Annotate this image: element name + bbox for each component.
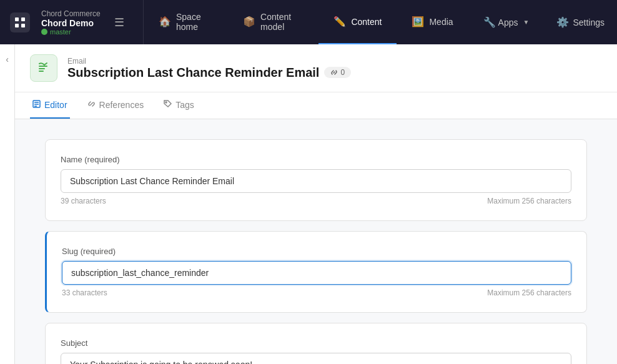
- nav-item-media[interactable]: 🖼️ Media: [397, 0, 468, 44]
- apps-icon: 🔧: [483, 16, 496, 28]
- svg-rect-0: [15, 17, 19, 21]
- slug-field-section: Slug (required) 33 characters Maximum 25…: [45, 231, 587, 313]
- tab-editor[interactable]: Editor: [30, 92, 70, 119]
- sidebar-toggle[interactable]: ‹: [0, 44, 15, 364]
- settings-icon: ⚙️: [556, 16, 569, 28]
- slug-input[interactable]: [62, 261, 571, 285]
- nav-item-space-home[interactable]: 🏠 Space home: [144, 0, 228, 44]
- name-input[interactable]: [61, 169, 571, 193]
- name-field-label: Name (required): [61, 155, 571, 164]
- svg-point-4: [41, 29, 47, 35]
- subject-field-section: Subject 46 characters Maximum 256 charac…: [45, 323, 587, 364]
- content-type-label: Email: [67, 57, 351, 66]
- link-badge[interactable]: 0: [324, 67, 351, 78]
- media-icon: 🖼️: [412, 16, 424, 27]
- subject-input[interactable]: [61, 353, 571, 364]
- nav-item-settings[interactable]: ⚙️ Settings: [544, 0, 617, 44]
- nav-items: 🏠 Space home 📦 Content model ✏️ Content …: [144, 0, 617, 44]
- nav-item-content-model[interactable]: 📦 Content model: [228, 0, 318, 44]
- content-icon: ✏️: [333, 16, 346, 27]
- nav-item-content[interactable]: ✏️ Content: [318, 0, 397, 44]
- grid-icon[interactable]: [10, 12, 30, 32]
- svg-point-10: [165, 102, 167, 103]
- svg-rect-2: [15, 24, 19, 27]
- nav-item-apps[interactable]: 🔧 Apps ▼: [468, 0, 545, 44]
- tab-tags[interactable]: Tags: [161, 92, 197, 119]
- slug-max-chars: Maximum 256 characters: [487, 288, 571, 297]
- editor-tab-icon: [32, 100, 41, 110]
- page-header: Email Subscription Last Chance Reminder …: [15, 44, 617, 92]
- references-tab-icon: [87, 100, 96, 110]
- name-char-count: 39 characters: [61, 197, 106, 205]
- content-model-icon: 📦: [243, 16, 255, 27]
- name-field-meta: 39 characters Maximum 256 characters: [61, 197, 571, 205]
- brand-text: Chord Commerce Chord Demo master: [41, 9, 101, 36]
- page-title: Subscription Last Chance Reminder Email: [67, 66, 319, 80]
- svg-rect-1: [21, 17, 25, 21]
- nav-brand[interactable]: Chord Commerce Chord Demo master ☰: [0, 0, 144, 44]
- chevron-left-icon: ‹: [6, 54, 9, 64]
- subject-field-label: Subject: [61, 338, 571, 348]
- form-area: Name (required) 39 characters Maximum 25…: [15, 119, 617, 364]
- slug-field-meta: 33 characters Maximum 256 characters: [62, 288, 571, 297]
- main-content: Email Subscription Last Chance Reminder …: [15, 44, 617, 364]
- slug-field-label: Slug (required): [62, 247, 571, 256]
- content-wrapper: ‹ Email Subscription Last Chance Reminde…: [0, 44, 617, 364]
- brand-name: Chord Demo: [41, 18, 101, 28]
- name-max-chars: Maximum 256 characters: [487, 197, 571, 205]
- brand-tag: master: [41, 28, 101, 36]
- content-type-icon: [30, 54, 57, 82]
- name-field-section: Name (required) 39 characters Maximum 25…: [45, 139, 587, 221]
- apps-chevron-icon: ▼: [523, 19, 530, 26]
- hamburger-menu[interactable]: ☰: [114, 16, 124, 29]
- tags-tab-icon: [164, 100, 172, 110]
- home-icon: 🏠: [159, 16, 171, 27]
- page-title-row: Subscription Last Chance Reminder Email …: [67, 66, 351, 80]
- top-nav: Chord Commerce Chord Demo master ☰ 🏠 Spa…: [0, 0, 617, 44]
- tab-references[interactable]: References: [85, 92, 147, 119]
- page-header-text: Email Subscription Last Chance Reminder …: [67, 57, 351, 80]
- link-count: 0: [340, 68, 345, 77]
- slug-char-count: 33 characters: [62, 288, 107, 297]
- tabs: Editor References: [15, 92, 617, 119]
- svg-rect-3: [21, 24, 25, 27]
- svg-line-9: [90, 102, 93, 106]
- brand-company: Chord Commerce: [41, 9, 101, 18]
